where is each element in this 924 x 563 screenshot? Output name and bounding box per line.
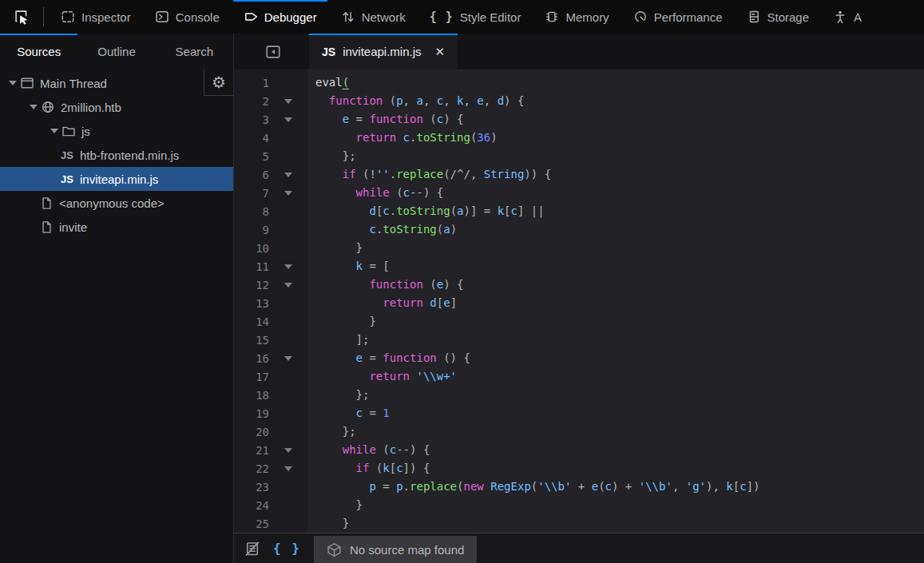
tree-item-js[interactable]: js bbox=[0, 119, 233, 143]
fold-arrow-icon[interactable] bbox=[269, 356, 307, 361]
panel-tab-outline[interactable]: Outline bbox=[77, 34, 155, 69]
tab-close-icon[interactable]: ✕ bbox=[435, 45, 446, 59]
pick-element-button[interactable] bbox=[0, 0, 43, 34]
js-badge: JS bbox=[59, 149, 75, 161]
tree-item-label: inviteapi.min.js bbox=[80, 172, 158, 186]
line-number[interactable]: 4 bbox=[234, 132, 269, 145]
folder-icon bbox=[61, 124, 77, 138]
line-number[interactable]: 12 bbox=[234, 279, 269, 291]
line-number[interactable]: 10 bbox=[234, 242, 269, 255]
panel-tab-sources[interactable]: Sources bbox=[0, 34, 77, 69]
code-text: if (!''.replace(/^/, String)) { bbox=[315, 165, 551, 184]
fold-arrow-icon[interactable] bbox=[269, 191, 307, 196]
sources-settings-button[interactable]: ⚙ bbox=[204, 69, 233, 96]
code-line: 18 }; bbox=[234, 386, 924, 404]
tree-item-invite[interactable]: invite bbox=[0, 215, 233, 239]
memory-icon bbox=[545, 10, 559, 24]
line-number[interactable]: 22 bbox=[234, 462, 269, 475]
code-line: 20 }; bbox=[234, 422, 924, 441]
line-number[interactable]: 15 bbox=[234, 334, 269, 347]
tool-tab-performance[interactable]: Performance bbox=[621, 0, 735, 34]
code-line: 8 d[c.toString(a)] = k[c] || bbox=[234, 202, 924, 220]
line-number[interactable]: 18 bbox=[234, 389, 269, 402]
tree-item-anonymous-code[interactable]: <anonymous code> bbox=[0, 191, 233, 215]
fold-arrow-icon[interactable] bbox=[269, 466, 307, 471]
tree-item-htb-frontend-min-js[interactable]: JShtb-frontend.min.js bbox=[0, 143, 233, 167]
fold-arrow-icon[interactable] bbox=[269, 264, 307, 269]
line-number[interactable]: 6 bbox=[234, 169, 269, 181]
blackbox-source-button[interactable] bbox=[244, 541, 260, 557]
tool-tab-label: Console bbox=[176, 10, 220, 24]
tree-item-main-thread[interactable]: Main Thread bbox=[0, 71, 233, 95]
code-line: 22 if (k[c]) { bbox=[234, 459, 924, 478]
tool-tab-style-editor[interactable]: { }Style Editor bbox=[418, 0, 533, 34]
line-number[interactable]: 14 bbox=[234, 315, 269, 328]
line-number[interactable]: 9 bbox=[234, 224, 269, 236]
secondary-bar: SourcesOutlineSearch JS inviteapi.min.js… bbox=[0, 34, 924, 69]
expand-arrow-icon[interactable] bbox=[6, 81, 19, 85]
style-editor-icon: { } bbox=[430, 10, 454, 24]
line-number[interactable]: 8 bbox=[234, 205, 269, 218]
tool-tab-network[interactable]: Network bbox=[329, 0, 418, 34]
code-line: 2 function (p, a, c, k, e, d) { bbox=[234, 92, 924, 110]
line-number[interactable]: 5 bbox=[234, 150, 269, 163]
collapse-sidebar-button[interactable] bbox=[260, 40, 287, 64]
code-lines: 1eval(2 function (p, a, c, k, e, d) {3 e… bbox=[234, 73, 924, 533]
tool-tab-memory[interactable]: Memory bbox=[533, 0, 621, 34]
line-number[interactable]: 25 bbox=[234, 517, 269, 530]
debugger-icon bbox=[244, 10, 258, 24]
tree-item-label: invite bbox=[59, 220, 87, 234]
line-number[interactable]: 2 bbox=[234, 95, 269, 108]
line-number[interactable]: 3 bbox=[234, 113, 269, 126]
tool-tab-label: Performance bbox=[654, 10, 723, 24]
code-text: }; bbox=[315, 147, 356, 165]
line-number[interactable]: 19 bbox=[234, 407, 269, 420]
tool-tab-label: Memory bbox=[565, 10, 609, 24]
tree-item-inviteapi-min-js[interactable]: JSinviteapi.min.js bbox=[0, 167, 233, 191]
tool-tab-console[interactable]: Console bbox=[143, 0, 232, 34]
line-number[interactable]: 7 bbox=[234, 187, 269, 200]
code-text: } bbox=[315, 239, 363, 257]
expand-arrow-icon[interactable] bbox=[27, 105, 40, 109]
source-map-message: No source map found bbox=[350, 543, 464, 557]
code-text: e = function () { bbox=[315, 349, 470, 367]
fold-arrow-icon[interactable] bbox=[269, 283, 307, 287]
editor-tab-filename: inviteapi.min.js bbox=[343, 45, 421, 58]
tree-item-label: js bbox=[81, 125, 90, 138]
gear-icon: ⚙ bbox=[212, 73, 226, 92]
line-number[interactable]: 13 bbox=[234, 297, 269, 310]
line-number[interactable]: 20 bbox=[234, 426, 269, 438]
fold-arrow-icon[interactable] bbox=[269, 172, 307, 177]
line-number[interactable]: 17 bbox=[234, 371, 269, 383]
line-number[interactable]: 11 bbox=[234, 260, 269, 273]
tree-item-2million-htb[interactable]: 2million.htb bbox=[0, 95, 233, 119]
code-line: 7 while (c--) { bbox=[234, 184, 924, 202]
tool-tab-storage[interactable]: Storage bbox=[735, 0, 822, 34]
toolbar-separator bbox=[43, 7, 44, 26]
panel-tab-search[interactable]: Search bbox=[156, 34, 233, 69]
editor-tab-inviteapi[interactable]: JS inviteapi.min.js ✕ bbox=[309, 34, 458, 69]
code-text: while (c--) { bbox=[315, 441, 430, 459]
tree-item-label: <anonymous code> bbox=[59, 196, 165, 210]
code-text: function (e) { bbox=[315, 276, 463, 294]
tool-tab-debugger[interactable]: Debugger bbox=[232, 0, 329, 34]
line-number[interactable]: 16 bbox=[234, 352, 269, 365]
expand-arrow-icon[interactable] bbox=[48, 129, 61, 133]
fold-arrow-icon[interactable] bbox=[269, 99, 307, 104]
code-text: }; bbox=[315, 422, 356, 441]
tool-tab-inspector[interactable]: Inspector bbox=[49, 0, 143, 34]
tool-tab-a[interactable]: A bbox=[821, 0, 874, 34]
fold-arrow-icon[interactable] bbox=[269, 117, 307, 122]
line-number[interactable]: 1 bbox=[234, 77, 269, 89]
pretty-print-button[interactable]: { } bbox=[273, 541, 301, 556]
code-text: } bbox=[315, 312, 376, 331]
code-text: return d[e] bbox=[315, 294, 457, 312]
line-number[interactable]: 23 bbox=[234, 481, 269, 494]
code-line: 10 } bbox=[234, 239, 924, 257]
line-number[interactable]: 24 bbox=[234, 499, 269, 512]
fold-arrow-icon[interactable] bbox=[269, 448, 307, 453]
code-line: 5 }; bbox=[234, 147, 924, 165]
code-line: 13 return d[e] bbox=[234, 294, 924, 312]
code-line: 12 function (e) { bbox=[234, 276, 924, 294]
line-number[interactable]: 21 bbox=[234, 444, 269, 457]
